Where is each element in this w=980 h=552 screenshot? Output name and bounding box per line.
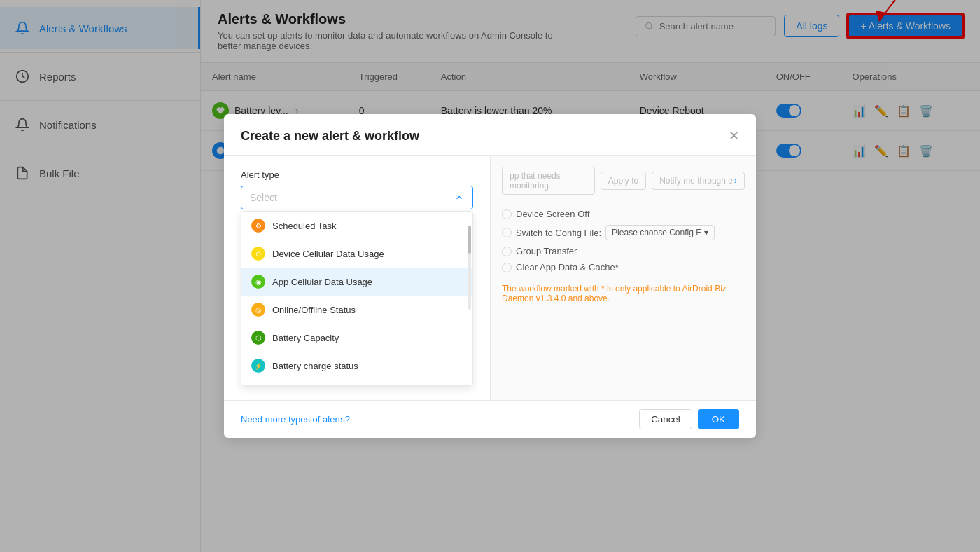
alert-type-select[interactable]: Select <box>241 186 473 209</box>
item-label: Battery charge status <box>272 361 358 371</box>
item-label: Scheduled Task <box>272 221 337 231</box>
panel-option-3: Group Transfer <box>502 246 745 256</box>
item-label: App Cellular Data Usage <box>272 277 372 287</box>
dot-icon: ⚡ <box>251 359 265 373</box>
radio-button[interactable] <box>502 209 512 219</box>
footer-buttons: Cancel OK <box>639 409 739 429</box>
need-more-types-link[interactable]: Need more types of alerts? <box>241 414 350 425</box>
scrollbar-track <box>468 226 471 310</box>
config-select[interactable]: Please choose Config F ▾ <box>606 225 714 240</box>
modal-overlay[interactable]: Create a new alert & workflow ✕ Alert ty… <box>0 0 980 552</box>
dot-icon: ⬡ <box>251 331 265 345</box>
panel-option-4: Clear App Data & Cache* <box>502 262 745 272</box>
modal-body-area: Alert type Select ⚙ Scheduled Task ⊙ Dev… <box>224 156 756 400</box>
radio-button[interactable] <box>502 247 512 256</box>
dropdown-item-battery-charge[interactable]: ⚡ Battery charge status <box>241 352 472 380</box>
dropdown-item-online-offline[interactable]: ◎ Online/Offline Status <box>241 296 472 324</box>
chevron-right-icon: › <box>734 176 737 186</box>
modal-header: Create a new alert & workflow ✕ <box>224 114 756 156</box>
dot-icon: ◉ <box>251 275 265 289</box>
notify-input[interactable]: Notify me through e › <box>652 172 745 190</box>
select-placeholder: Select <box>250 192 277 203</box>
create-alert-modal: Create a new alert & workflow ✕ Alert ty… <box>224 114 756 438</box>
cancel-button[interactable]: Cancel <box>639 409 692 429</box>
dropdown-item-scheduled-task[interactable]: ⚙ Scheduled Task <box>241 212 472 240</box>
dropdown-item-sim-card[interactable]: ▣ SIM Card Placed/Removed <box>241 380 472 386</box>
apply-to-input[interactable]: Apply to <box>601 172 646 190</box>
item-label: Battery Capacity <box>272 333 339 343</box>
dot-icon: ◎ <box>251 303 265 317</box>
scrollbar-thumb <box>468 226 471 254</box>
dropdown-item-app-cellular[interactable]: ◉ App Cellular Data Usage <box>241 268 472 296</box>
dropdown-item-device-cellular[interactable]: ⊙ Device Cellular Data Usage <box>241 240 472 268</box>
modal-footer: Need more types of alerts? Cancel OK <box>224 400 756 438</box>
radio-button[interactable] <box>502 228 512 237</box>
step-row-1: pp that needs monitoring Apply to Notify… <box>502 167 745 195</box>
alert-type-dropdown: ⚙ Scheduled Task ⊙ Device Cellular Data … <box>241 211 473 386</box>
dot-icon: ⊙ <box>251 247 265 261</box>
monitoring-input[interactable]: pp that needs monitoring <box>502 167 595 195</box>
radio-button[interactable] <box>502 263 512 272</box>
item-label: Online/Offline Status <box>272 305 356 315</box>
chevron-up-icon <box>454 193 464 202</box>
item-label: Device Cellular Data Usage <box>272 249 384 259</box>
panel-option-2: Switch to Config File: Please choose Con… <box>502 225 745 240</box>
panel-option-1: Device Screen Off <box>502 209 745 219</box>
ok-button[interactable]: OK <box>698 409 739 429</box>
modal-right-panel: pp that needs monitoring Apply to Notify… <box>490 156 756 400</box>
dropdown-item-battery-capacity[interactable]: ⬡ Battery Capacity <box>241 324 472 352</box>
modal-left-panel: Alert type Select ⚙ Scheduled Task ⊙ Dev… <box>224 156 490 400</box>
modal-title: Create a new alert & workflow <box>241 129 419 144</box>
close-icon[interactable]: ✕ <box>729 128 739 144</box>
alert-type-label: Alert type <box>241 170 473 180</box>
dot-icon: ⚙ <box>251 219 265 233</box>
workflow-note: The workflow marked with * is only appli… <box>502 284 745 303</box>
